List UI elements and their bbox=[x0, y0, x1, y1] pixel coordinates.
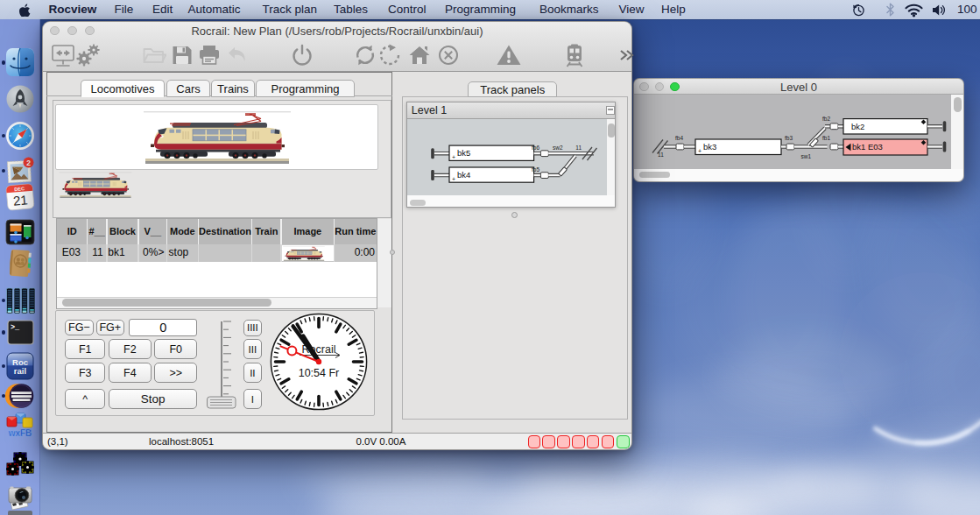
svg-text:fb6: fb6 bbox=[532, 145, 539, 151]
svg-text:11: 11 bbox=[658, 151, 664, 157]
svg-text:fb2: fb2 bbox=[822, 115, 830, 121]
svg-text:>_: >_ bbox=[11, 323, 20, 332]
svg-text:rail: rail bbox=[14, 366, 26, 376]
svg-text:bk3: bk3 bbox=[703, 142, 716, 152]
svg-text:+: + bbox=[698, 148, 702, 154]
svg-text:10:54 Fr: 10:54 Fr bbox=[299, 367, 340, 379]
svg-text:11: 11 bbox=[575, 145, 582, 151]
svg-text:fb5: fb5 bbox=[532, 166, 539, 173]
svg-text:sw1: sw1 bbox=[801, 153, 812, 159]
svg-text:wxFB: wxFB bbox=[8, 428, 32, 438]
svg-text:2: 2 bbox=[26, 158, 31, 166]
svg-text:Roc: Roc bbox=[12, 356, 28, 366]
svg-text:+: + bbox=[452, 153, 455, 159]
svg-text:bk4: bk4 bbox=[457, 169, 470, 179]
svg-text:bk1 E03: bk1 E03 bbox=[852, 142, 883, 152]
svg-text:bk5: bk5 bbox=[457, 148, 470, 158]
svg-text:21: 21 bbox=[12, 192, 28, 208]
svg-text:fb4: fb4 bbox=[675, 135, 683, 141]
svg-text:sw2: sw2 bbox=[553, 145, 563, 151]
svg-text:fb1: fb1 bbox=[822, 135, 830, 141]
svg-text:bk2: bk2 bbox=[851, 121, 864, 131]
svg-text:+: + bbox=[452, 175, 455, 181]
svg-text:fb3: fb3 bbox=[785, 135, 793, 141]
svg-text:DEC: DEC bbox=[14, 186, 25, 192]
